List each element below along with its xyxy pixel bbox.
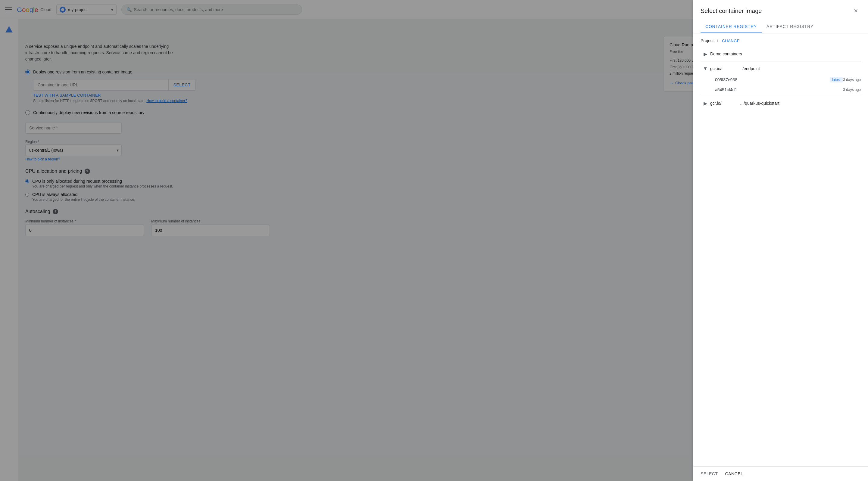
project-row: Project: t CHANGE — [701, 38, 861, 43]
demo-containers-label: Demo containers — [710, 52, 742, 56]
dialog-select-button[interactable]: SELECT — [701, 471, 718, 476]
gcr-endpoint-children: 005f37e938 latest 3 days ago a5451cf4d1 … — [701, 75, 861, 95]
project-value: t — [717, 38, 718, 43]
image-row-2[interactable]: a5451cf4d1 3 days ago — [709, 85, 861, 95]
dialog-cancel-button[interactable]: CANCEL — [725, 471, 743, 476]
gcr-quarkus-item[interactable]: ▶ gcr.io/. .../quarkus-quickstart — [701, 97, 861, 109]
dialog-body: Project: t CHANGE ▶ Demo containers ▼ gc… — [693, 33, 868, 466]
gcr-quarkus-label: gcr.io/. .../quarkus-quickstart — [710, 101, 779, 106]
image-time-2: 3 days ago — [843, 88, 861, 92]
image-row-1[interactable]: 005f37e938 latest 3 days ago — [709, 75, 861, 85]
image-name-1: 005f37e938 — [715, 77, 827, 82]
tab-artifact-registry[interactable]: ARTIFACT REGISTRY — [762, 21, 818, 33]
gcr-endpoint-expand-icon: ▼ — [702, 65, 709, 72]
dialog-panel: Select container image × CONTAINER REGIS… — [693, 0, 868, 481]
dialog-title: Select container image — [701, 7, 762, 14]
divider-2 — [701, 96, 861, 96]
demo-containers-expand-icon: ▶ — [702, 50, 709, 58]
image-tag-1: latest — [830, 77, 843, 83]
dialog-close-button[interactable]: × — [851, 6, 861, 15]
dialog-header: Select container image × — [693, 0, 868, 21]
tab-container-registry[interactable]: CONTAINER REGISTRY — [701, 21, 762, 33]
project-label: Project: — [701, 38, 715, 43]
dialog-footer: SELECT CANCEL — [693, 466, 868, 481]
image-name-2: a5451cf4d1 — [715, 87, 843, 92]
divider-1 — [701, 61, 861, 61]
gcr-quarkus-expand-icon: ▶ — [702, 100, 709, 107]
dialog-overlay: Select container image × CONTAINER REGIS… — [0, 0, 868, 481]
image-time-1: 3 days ago — [843, 78, 861, 82]
demo-containers-item[interactable]: ▶ Demo containers — [701, 48, 861, 60]
gcr-endpoint-label: gcr.io/t /endpoint — [710, 66, 760, 71]
gcr-endpoint-item[interactable]: ▼ gcr.io/t /endpoint — [701, 63, 861, 75]
change-project-link[interactable]: CHANGE — [722, 38, 740, 43]
dialog-tabs: CONTAINER REGISTRY ARTIFACT REGISTRY — [693, 21, 868, 33]
